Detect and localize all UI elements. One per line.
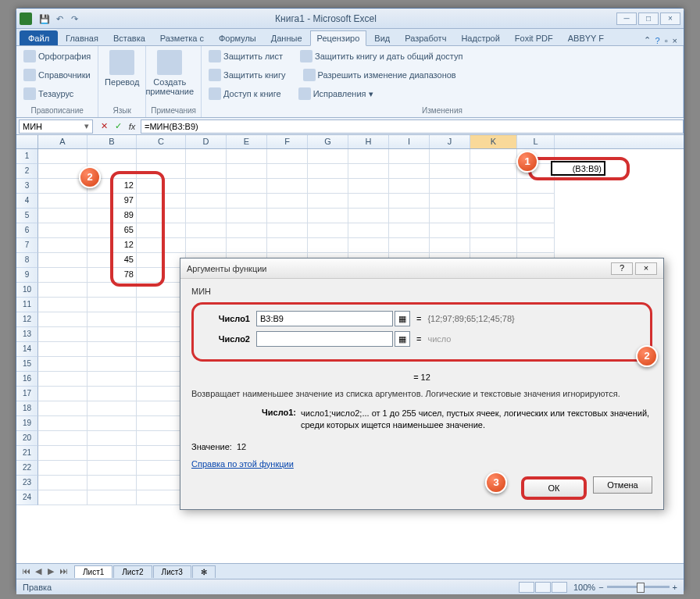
cell-K7[interactable] [470, 238, 517, 253]
cell-B18[interactable] [88, 401, 137, 416]
cell-B6[interactable]: 65 [88, 223, 137, 238]
cell-H4[interactable] [348, 194, 389, 209]
cell-K3[interactable] [470, 179, 517, 194]
cell-G4[interactable] [308, 194, 348, 209]
col-header-H[interactable]: H [348, 135, 389, 148]
cell-A15[interactable] [38, 357, 88, 372]
cell-I3[interactable] [389, 179, 430, 194]
cell-A23[interactable] [38, 476, 88, 490]
cell-C23[interactable] [137, 476, 186, 490]
protect-sheet-button[interactable]: Защитить лист [206, 48, 285, 64]
arg1-input[interactable] [256, 311, 393, 326]
cell-L5[interactable] [517, 209, 555, 223]
cell-J7[interactable] [430, 238, 470, 253]
row-header-23[interactable]: 23 [16, 476, 38, 490]
cell-G2[interactable] [308, 164, 348, 179]
cell-B21[interactable] [88, 446, 137, 461]
cell-I4[interactable] [389, 194, 430, 209]
col-header-G[interactable]: G [308, 135, 348, 148]
row-header-20[interactable]: 20 [16, 431, 38, 446]
cell-A10[interactable] [38, 283, 88, 298]
cell-D6[interactable] [186, 223, 227, 238]
confirm-formula-icon[interactable]: ✓ [112, 120, 124, 133]
row-header-5[interactable]: 5 [16, 209, 38, 223]
cell-A9[interactable] [38, 268, 88, 283]
cell-B16[interactable] [88, 372, 137, 387]
cell-A22[interactable] [38, 461, 88, 476]
help-icon[interactable]: ? [655, 36, 660, 45]
cell-L4[interactable] [517, 194, 555, 209]
cell-B10[interactable] [88, 283, 137, 298]
name-box[interactable]: МИН▾ [19, 119, 93, 134]
cell-A5[interactable] [38, 209, 88, 223]
cell-G7[interactable] [308, 238, 348, 253]
col-header-L[interactable]: L [517, 135, 555, 148]
cell-E2[interactable] [227, 164, 267, 179]
cell-B23[interactable] [88, 476, 137, 490]
cell-A8[interactable] [38, 253, 88, 268]
row-header-10[interactable]: 10 [16, 283, 38, 298]
zoom-out-icon[interactable]: − [598, 583, 603, 592]
cell-B24[interactable] [88, 490, 137, 505]
row-header-14[interactable]: 14 [16, 342, 38, 357]
share-book-button[interactable]: Доступ к книге [206, 86, 284, 102]
tab-review[interactable]: Рецензиро [310, 30, 367, 46]
cell-J2[interactable] [430, 164, 470, 179]
redo-icon[interactable]: ↷ [68, 12, 80, 25]
col-header-K[interactable]: K [470, 135, 517, 148]
cell-B14[interactable] [88, 342, 137, 357]
cell-F1[interactable] [267, 149, 308, 164]
normal-view-icon[interactable] [519, 582, 534, 593]
cell-L6[interactable] [517, 223, 555, 238]
cell-E7[interactable] [227, 238, 267, 253]
cell-L3[interactable] [517, 179, 555, 194]
cell-K5[interactable] [470, 209, 517, 223]
cell-H2[interactable] [348, 164, 389, 179]
tab-file[interactable]: Файл [20, 30, 58, 45]
tab-home[interactable]: Главная [59, 30, 105, 45]
cell-E6[interactable] [227, 223, 267, 238]
tab-developer[interactable]: Разработч [398, 30, 453, 45]
thesaurus-button[interactable]: Тезаурус [21, 86, 93, 102]
cell-B15[interactable] [88, 357, 137, 372]
cell-F3[interactable] [267, 179, 308, 194]
cell-J4[interactable] [430, 194, 470, 209]
minimize-button[interactable]: ─ [616, 12, 637, 25]
research-button[interactable]: Справочники [21, 67, 93, 83]
cell-I2[interactable] [389, 164, 430, 179]
cell-C10[interactable] [137, 283, 186, 298]
dialog-help-button[interactable]: ? [611, 262, 633, 275]
cell-J3[interactable] [430, 179, 470, 194]
cell-J1[interactable] [430, 149, 470, 164]
protect-book-button[interactable]: Защитить книгу [206, 67, 288, 83]
cell-D3[interactable] [186, 179, 227, 194]
cell-A14[interactable] [38, 342, 88, 357]
cell-B17[interactable] [88, 387, 137, 401]
row-header-17[interactable]: 17 [16, 387, 38, 401]
cell-I7[interactable] [389, 238, 430, 253]
col-header-J[interactable]: J [430, 135, 470, 148]
cell-K6[interactable] [470, 223, 517, 238]
col-header-D[interactable]: D [186, 135, 227, 148]
cell-L7[interactable] [517, 238, 555, 253]
cell-A11[interactable] [38, 298, 88, 312]
row-header-13[interactable]: 13 [16, 327, 38, 342]
row-header-9[interactable]: 9 [16, 268, 38, 283]
cancel-formula-icon[interactable]: ✕ [98, 120, 110, 133]
row-header-7[interactable]: 7 [16, 238, 38, 253]
cell-J6[interactable] [430, 223, 470, 238]
cell-B4[interactable]: 97 [88, 194, 137, 209]
tab-data[interactable]: Данные [264, 30, 309, 45]
cell-E1[interactable] [227, 149, 267, 164]
cell-H3[interactable] [348, 179, 389, 194]
cell-A4[interactable] [38, 194, 88, 209]
cell-A17[interactable] [38, 387, 88, 401]
row-header-18[interactable]: 18 [16, 401, 38, 416]
cell-I6[interactable] [389, 223, 430, 238]
page-layout-view-icon[interactable] [535, 582, 551, 593]
row-header-8[interactable]: 8 [16, 253, 38, 268]
cell-C21[interactable] [137, 446, 186, 461]
arg1-range-picker[interactable]: ▦ [395, 311, 410, 326]
cell-F5[interactable] [267, 209, 308, 223]
allow-ranges-button[interactable]: Разрешить изменение диапазонов [301, 67, 459, 83]
